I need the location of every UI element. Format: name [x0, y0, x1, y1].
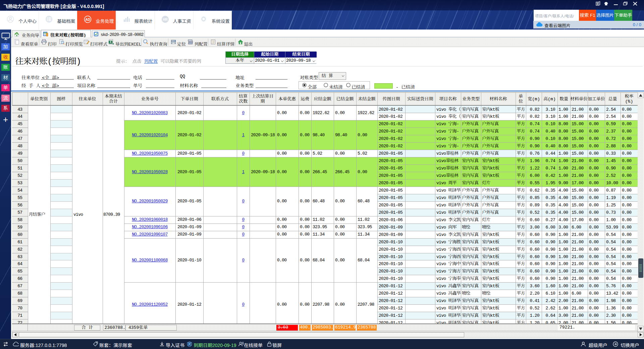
- svg-text:HR: HR: [163, 18, 168, 21]
- svg-text:AD: AD: [86, 18, 90, 21]
- svg-text:X: X: [110, 40, 112, 44]
- svg-text:正: 正: [188, 342, 191, 346]
